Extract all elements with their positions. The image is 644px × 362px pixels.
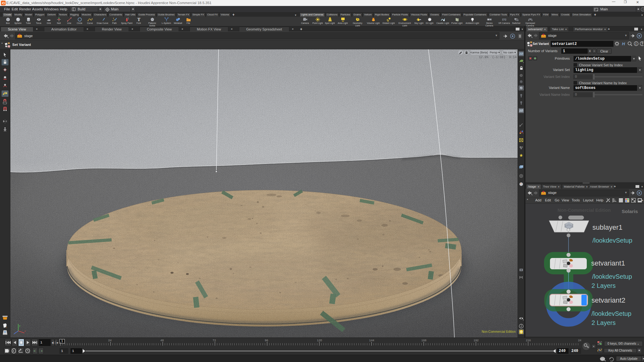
svg-text:Solaris: Solaris (622, 209, 638, 214)
svg-text:Non-Commercial Edition: Non-Commercial Edition (558, 208, 611, 213)
svg-text:/lookdevSetup: /lookdevSetup (592, 273, 632, 280)
svg-text:x: x (25, 330, 26, 332)
svg-text:2 Layers: 2 Layers (591, 319, 616, 326)
svg-text:setvariant2: setvariant2 (591, 296, 625, 304)
svg-text:H: H (622, 41, 625, 46)
svg-text:i: i (521, 325, 522, 328)
svg-text:i: i (636, 42, 636, 46)
svg-text:/lookdevSetup: /lookdevSetup (592, 237, 632, 244)
svg-text:y: y (19, 324, 20, 327)
svg-text:?: ? (641, 42, 643, 46)
svg-text:setvariant1: setvariant1 (591, 259, 625, 267)
svg-text:sublayer1: sublayer1 (592, 223, 622, 231)
svg-text:T: T (137, 17, 141, 22)
svg-text:/lookdevSetup: /lookdevSetup (591, 310, 631, 317)
svg-text:2 Layers: 2 Layers (591, 282, 616, 289)
